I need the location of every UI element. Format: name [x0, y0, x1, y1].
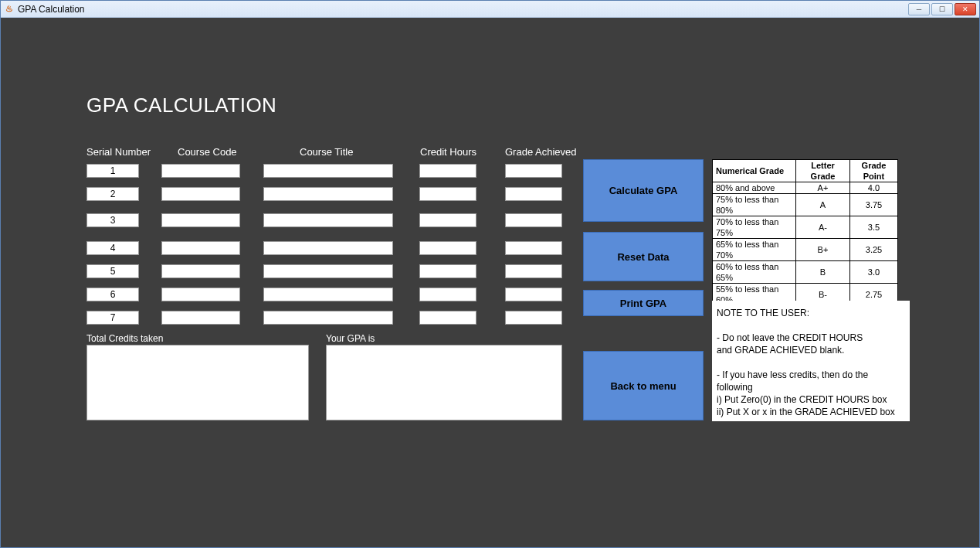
titlebar: ♨ GPA Calculation ─ ☐ ✕: [1, 1, 979, 18]
table-row: 80% and aboveA+4.0: [713, 182, 898, 194]
course-code-input[interactable]: [161, 213, 240, 227]
cell-letter: B: [796, 261, 850, 284]
grade-achieved-input[interactable]: [505, 241, 562, 255]
cell-point: 4.0: [850, 182, 898, 194]
note-line: - If you have less credits, then do the …: [717, 369, 905, 393]
header-grade: Grade Achieved: [505, 146, 577, 158]
cell-numerical: 80% and above: [713, 182, 796, 194]
total-credits-output[interactable]: [86, 345, 309, 420]
grade-achieved-input[interactable]: [505, 311, 562, 325]
total-credits-label: Total Credits taken: [86, 333, 163, 344]
header-title: Course Title: [300, 146, 353, 158]
cell-numerical: 75% to less than 80%: [713, 194, 796, 216]
maximize-button[interactable]: ☐: [931, 3, 953, 15]
calculate-gpa-button[interactable]: Calculate GPA: [583, 159, 704, 222]
note-line: i) Put Zero(0) in the CREDIT HOURS box: [717, 393, 905, 406]
cell-letter: B+: [796, 239, 850, 261]
serial-number-cell: 4: [86, 241, 139, 255]
note-box: NOTE TO THE USER: - Do not leave the CRE…: [712, 301, 910, 421]
table-header-numerical: Numerical Grade: [713, 160, 796, 182]
course-code-input[interactable]: [161, 241, 240, 255]
credit-hours-input[interactable]: [419, 311, 476, 325]
cell-numerical: 60% to less than 65%: [713, 261, 796, 284]
table-row: 75% to less than 80%A3.75: [713, 194, 898, 216]
note-title: NOTE TO THE USER:: [717, 307, 905, 319]
table-row: 60% to less than 65%B3.0: [713, 261, 898, 284]
page-title: GPA CALCULATION: [86, 94, 276, 117]
serial-number-cell: 2: [86, 187, 139, 201]
window-title: GPA Calculation: [18, 4, 85, 15]
cell-letter: A: [796, 194, 850, 216]
credit-hours-input[interactable]: [419, 264, 476, 278]
course-title-input[interactable]: [263, 311, 393, 325]
course-title-input[interactable]: [263, 213, 393, 227]
credit-hours-input[interactable]: [419, 241, 476, 255]
grade-achieved-input[interactable]: [505, 213, 562, 227]
grade-achieved-input[interactable]: [505, 288, 562, 301]
cell-letter: A+: [796, 182, 850, 194]
course-title-input[interactable]: [263, 187, 393, 201]
java-icon: ♨: [4, 4, 15, 15]
grade-achieved-input[interactable]: [505, 264, 562, 278]
cell-letter: A-: [796, 216, 850, 239]
grade-achieved-input[interactable]: [505, 164, 562, 178]
table-header-letter: Letter Grade: [796, 160, 850, 182]
credit-hours-input[interactable]: [419, 288, 476, 301]
cell-point: 3.5: [850, 216, 898, 239]
cell-numerical: 65% to less than 70%: [713, 239, 796, 261]
cell-numerical: 70% to less than 75%: [713, 216, 796, 239]
close-button[interactable]: ✕: [955, 3, 976, 15]
grade-achieved-input[interactable]: [505, 187, 562, 201]
reset-data-button[interactable]: Reset Data: [583, 232, 704, 281]
course-code-input[interactable]: [161, 288, 240, 301]
your-gpa-output[interactable]: [326, 345, 562, 420]
cell-point: 3.25: [850, 239, 898, 261]
note-line: and GRADE ACHIEVED blank.: [717, 344, 905, 356]
serial-number-cell: 1: [86, 164, 139, 178]
serial-number-cell: 6: [86, 288, 139, 301]
course-title-input[interactable]: [263, 164, 393, 178]
course-code-input[interactable]: [161, 164, 240, 178]
content-panel: GPA CALCULATION Serial Number Course Cod…: [1, 18, 979, 547]
back-to-menu-button[interactable]: Back to menu: [583, 351, 704, 420]
course-code-input[interactable]: [161, 264, 240, 278]
course-code-input[interactable]: [161, 311, 240, 325]
window-frame: ♨ GPA Calculation ─ ☐ ✕ GPA CALCULATION …: [0, 0, 980, 548]
credit-hours-input[interactable]: [419, 187, 476, 201]
table-header-point: Grade Point: [850, 160, 898, 182]
header-credit: Credit Hours: [420, 146, 476, 158]
course-title-input[interactable]: [263, 288, 393, 301]
serial-number-cell: 3: [86, 213, 139, 227]
note-line: - Do not leave the CREDIT HOURS: [717, 332, 905, 344]
serial-number-cell: 5: [86, 264, 139, 278]
table-row: 70% to less than 75%A-3.5: [713, 216, 898, 239]
header-code: Course Code: [178, 146, 237, 158]
minimize-button[interactable]: ─: [908, 3, 930, 15]
note-line: ii) Put X or x in the GRADE ACHIEVED box: [717, 406, 905, 418]
credit-hours-input[interactable]: [419, 164, 476, 178]
course-title-input[interactable]: [263, 241, 393, 255]
course-code-input[interactable]: [161, 187, 240, 201]
your-gpa-label: Your GPA is: [326, 333, 375, 344]
cell-point: 3.75: [850, 194, 898, 216]
cell-point: 3.0: [850, 261, 898, 284]
course-title-input[interactable]: [263, 264, 393, 278]
credit-hours-input[interactable]: [419, 213, 476, 227]
table-row: 65% to less than 70%B+3.25: [713, 239, 898, 261]
print-gpa-button[interactable]: Print GPA: [583, 290, 704, 316]
serial-number-cell: 7: [86, 311, 139, 325]
header-serial: Serial Number: [86, 146, 151, 158]
